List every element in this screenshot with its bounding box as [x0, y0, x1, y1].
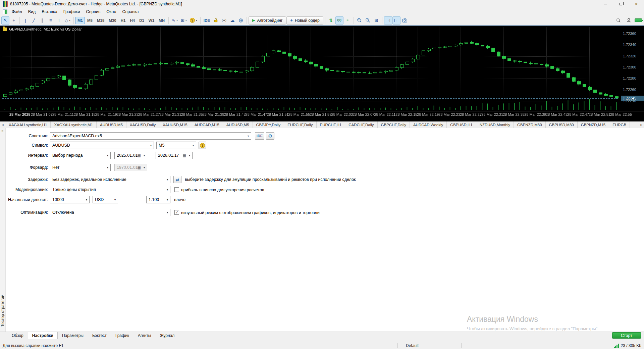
expert-ide-button[interactable]: IDE: [255, 132, 264, 140]
algo-trading-button[interactable]: ▶ Алготрейдинг: [249, 16, 286, 24]
expert-combobox[interactable]: Advisors\ExpertMACD.ex5 ▾: [50, 132, 251, 140]
chevron-down-icon[interactable]: ▾: [105, 164, 110, 171]
zoom-out-button[interactable]: [364, 16, 372, 24]
chart-tab[interactable]: XAUUSD,M15: [159, 121, 191, 128]
symbol-properties-button[interactable]: $: [199, 142, 206, 149]
signal-button[interactable]: (●): [220, 16, 228, 24]
chevron-down-icon[interactable]: ▾: [165, 209, 170, 216]
chevron-down-icon[interactable]: ▾: [142, 152, 147, 159]
leverage-combobox[interactable]: 1:100 ▾: [146, 196, 170, 203]
chart-tab[interactable]: GBPUSD,M30: [546, 121, 578, 128]
chevron-down-icon[interactable]: ▾: [148, 142, 154, 149]
chevron-down-icon[interactable]: ▾: [112, 196, 118, 203]
tabs-scroll-right-button[interactable]: ▸: [639, 121, 644, 128]
chart-tab[interactable]: EURCHF,H1: [317, 121, 345, 128]
chevron-down-icon[interactable]: ▾: [105, 152, 110, 159]
interval-combobox[interactable]: Выбор периода ▾: [50, 152, 111, 159]
chart-shift-button[interactable]: |←: [392, 16, 400, 24]
chart-tab[interactable]: GBPJPY,Daily: [253, 121, 284, 128]
tabs-scroll-left-button[interactable]: ◂: [0, 121, 5, 128]
zoom-in-button[interactable]: [356, 16, 364, 24]
fibonacci-tool-button[interactable]: ≡: [47, 16, 55, 24]
ohlc-button[interactable]: 00: [335, 16, 343, 24]
chevron-down-icon[interactable]: ▾: [165, 196, 170, 203]
chart-tab[interactable]: AUDCAD,M15: [191, 121, 223, 128]
screenshot-button[interactable]: [401, 16, 409, 24]
chart-tab[interactable]: EURCHF,Daily: [284, 121, 316, 128]
tester-tab[interactable]: Параметры: [58, 332, 88, 339]
trade-levels-button[interactable]: ⇅: [327, 16, 335, 24]
ide-button[interactable]: IDE: [202, 16, 211, 24]
timeframe-button-m5[interactable]: M5: [85, 17, 95, 24]
templates-dropdown-button[interactable]: $▾: [189, 16, 199, 24]
menu-item-7[interactable]: Справка: [119, 8, 142, 15]
modeling-combobox[interactable]: Только цены открытия ▾: [50, 186, 170, 193]
chart-tab[interactable]: GBPNZD,M15: [578, 121, 609, 128]
date-to-field[interactable]: 2026.01.17 ▦ ▾: [156, 152, 193, 159]
minimize-button[interactable]: [598, 0, 613, 8]
objects-dropdown-button[interactable]: ⊞▾: [179, 16, 188, 24]
date-from-field[interactable]: 2025.01.01 ▦ ▾: [114, 152, 147, 159]
lock-button[interactable]: [212, 16, 220, 24]
auto-scroll-button[interactable]: →|: [384, 16, 392, 24]
chart-tab[interactable]: XAGXAU.synthetic,M1: [51, 121, 97, 128]
deposit-combobox[interactable]: 10000 ▾: [50, 196, 90, 203]
period-combobox[interactable]: M5 ▾: [156, 142, 196, 149]
tile-windows-button[interactable]: ⊞: [372, 16, 380, 24]
tester-tab[interactable]: Бэктест: [88, 332, 111, 339]
forward-combobox[interactable]: Нет ▾: [50, 164, 111, 171]
account-button[interactable]: [625, 16, 633, 24]
menu-item-5[interactable]: Сервис: [83, 8, 104, 15]
cloud-button[interactable]: ☁: [228, 16, 236, 24]
start-button[interactable]: Старт: [612, 332, 641, 339]
tester-tab[interactable]: График: [111, 332, 133, 339]
crosshair-tool-button[interactable]: +: [10, 16, 18, 24]
currency-combobox[interactable]: USD ▾: [93, 196, 118, 203]
symbol-combobox[interactable]: AUDUSD ▾: [50, 142, 154, 149]
chart-tab[interactable]: CADCHF,Daily: [345, 121, 377, 128]
cursor-tool-button[interactable]: ↖: [1, 16, 9, 24]
tick-line-button[interactable]: ≈: [344, 16, 352, 24]
menu-item-1[interactable]: Файл: [9, 8, 25, 15]
new-order-button[interactable]: + Новый ордер: [286, 16, 323, 24]
chart-tab[interactable]: GBPNZD,M30: [514, 121, 546, 128]
tester-tab[interactable]: Агенты: [133, 332, 156, 339]
trendline-tool-button[interactable]: ╱: [30, 16, 38, 24]
pips-profit-checkbox[interactable]: [174, 187, 179, 192]
tester-close-button[interactable]: ×: [1, 129, 3, 133]
vertical-line-tool-button[interactable]: |: [21, 16, 30, 24]
chevron-down-icon[interactable]: ▾: [165, 186, 170, 193]
chevron-down-icon[interactable]: ▾: [165, 176, 170, 183]
chevron-down-icon[interactable]: ▾: [84, 196, 89, 203]
webterminal-button[interactable]: [237, 16, 245, 24]
timeframe-button-h4[interactable]: H4: [128, 17, 137, 24]
timeframe-button-m15[interactable]: M15: [95, 17, 106, 24]
menu-item-4[interactable]: Графики: [60, 8, 83, 15]
search-button[interactable]: [614, 16, 623, 24]
delays-config-button[interactable]: ⇄: [173, 176, 181, 183]
timeframe-button-d1[interactable]: D1: [137, 17, 146, 24]
timeframe-button-mn[interactable]: MN: [157, 17, 167, 24]
menu-item-6[interactable]: Окно: [103, 8, 119, 15]
chart-tab[interactable]: GBPCHF,Daily: [378, 121, 410, 128]
chart-tab[interactable]: AUDCAD,Weekly: [410, 121, 447, 128]
timeframe-button-m1[interactable]: M1: [75, 17, 85, 24]
tester-tab[interactable]: Журнал: [155, 332, 179, 339]
chart-tab[interactable]: AUDUSD,M5: [97, 121, 126, 128]
tester-tab[interactable]: Настройки: [28, 332, 58, 339]
channel-tool-button[interactable]: ∥: [38, 16, 46, 24]
chart-tab[interactable]: AUDUSD,M5: [223, 121, 253, 128]
candlestick-chart-canvas[interactable]: [0, 26, 621, 122]
timeframe-button-m30[interactable]: M30: [107, 17, 118, 24]
chart-tab[interactable]: GBPUSD,H1: [447, 121, 476, 128]
expert-settings-button[interactable]: ⚙: [266, 132, 274, 140]
chart-tab[interactable]: XAGXAU.synthetic,H1: [5, 121, 51, 128]
connection-level-icon[interactable]: [635, 18, 642, 22]
menu-item-3[interactable]: Вставка: [39, 8, 60, 15]
delays-combobox[interactable]: Без задержек, идеальное исполнение ▾: [50, 176, 170, 183]
timeframe-button-h1[interactable]: H1: [119, 17, 128, 24]
shapes-dropdown-button[interactable]: ◇▾: [63, 16, 72, 24]
indicators-dropdown-button[interactable]: ∿▾: [170, 16, 179, 24]
tester-tab[interactable]: Обзор: [7, 332, 28, 339]
optimization-combobox[interactable]: Отключена ▾: [50, 209, 170, 216]
